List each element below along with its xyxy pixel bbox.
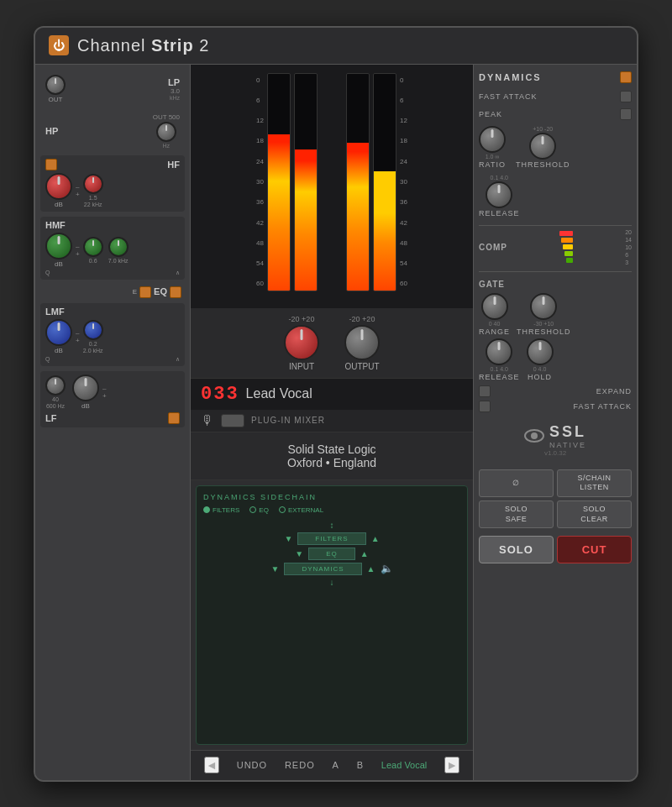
lf-gain-knob[interactable] [72, 375, 99, 401]
lmf-freq-knob[interactable] [83, 320, 103, 340]
hf-enable-toggle[interactable] [45, 159, 57, 170]
hf-gain-knob[interactable] [45, 173, 72, 200]
vu-meters: 0 6 12 18 24 30 36 42 48 54 60 [191, 65, 473, 308]
eq-main-toggle[interactable] [170, 286, 181, 298]
radio-filters-label: FILTERS [213, 506, 239, 514]
hmf-gain-knob[interactable] [45, 233, 72, 259]
schain-listen-button[interactable]: S/CHAIN LISTEN [557, 469, 632, 497]
chain-up-2: ▲ [360, 549, 369, 558]
redo-button[interactable]: REDO [285, 760, 315, 770]
sidechain-panel: DYNAMICS SIDECHAIN FILTERS EQ EXTERNAL [196, 485, 468, 745]
prev-channel-button[interactable]: ◄ [204, 757, 219, 773]
hold-knob[interactable] [527, 338, 554, 365]
gate-threshold-knob[interactable] [530, 293, 557, 320]
hmf-q-knob[interactable] [108, 237, 129, 257]
release-knob[interactable] [486, 181, 512, 208]
plugin-window: Channel Strip 2 OUT LP 3.0 kHz [34, 26, 638, 782]
gate-range-range: 0 40 [489, 321, 501, 327]
output-range: -20 +20 [349, 315, 375, 323]
ratio-knob[interactable] [479, 126, 506, 153]
cut-button[interactable]: CUT [557, 536, 632, 563]
gate-range-label: RANGE [479, 328, 510, 336]
plugin-mixer-toggle[interactable] [221, 414, 244, 427]
ssl-eye-logo [524, 429, 544, 443]
input-knob-group: -20 +20 INPUT [284, 315, 319, 371]
radio-external-label: EXTERNAL [288, 506, 323, 514]
hp-knob[interactable] [156, 122, 176, 142]
radio-eq[interactable]: EQ [249, 506, 269, 514]
lf-section: 40 600 Hz dB –+ LF [40, 371, 185, 427]
eq-e-toggle[interactable] [139, 286, 151, 298]
dynamics-title: DYNAMICS [479, 72, 542, 82]
peak-toggle[interactable] [620, 108, 632, 120]
gate-release-hold: 0.1 4.0 RELEASE 0 4.0 HOLD [479, 338, 632, 381]
output-knob[interactable] [344, 325, 380, 360]
hmf-db-label: dB [55, 260, 63, 268]
hmf-freq-knob[interactable] [83, 237, 103, 257]
solo-clear-button[interactable]: SOLO CLEAR [557, 500, 632, 528]
chain-up-1: ▲ [371, 534, 380, 543]
ssl-native-logo: SSL NATIVE v1.0.32 [479, 417, 632, 464]
lmf-gain-knob[interactable] [45, 319, 72, 346]
lp-knob[interactable] [45, 75, 66, 95]
power-button[interactable] [49, 35, 69, 55]
solo-button[interactable]: SOLO [479, 536, 554, 563]
lf-shape-toggle[interactable] [168, 412, 180, 424]
ratio-label: RATIO [479, 160, 506, 169]
chain-arrow-out: ↓ [330, 578, 334, 587]
solo-safe-button[interactable]: SOLO SAFE [479, 500, 554, 528]
threshold-knob[interactable] [529, 133, 556, 160]
io-knobs-area: -20 +20 INPUT -20 +20 OUTPUT [191, 308, 473, 378]
radio-external[interactable]: EXTERNAL [279, 506, 323, 514]
ab-b-button[interactable]: B [357, 760, 364, 770]
hp-label: HP [45, 126, 58, 136]
next-channel-button[interactable]: ► [444, 757, 459, 773]
peak-row: PEAK [479, 107, 632, 122]
release-label: RELEASE [479, 209, 520, 217]
threshold-range: +10 -20 [533, 126, 553, 132]
plugin-mixer-row: 🎙 PLUG-IN MIXER [191, 410, 473, 432]
mixer-icon: 🎙 [201, 413, 214, 428]
gate-fast-attack-row: FAST ATTACK [479, 399, 632, 414]
radio-eq-circle [249, 506, 256, 513]
input-range: -20 +20 [289, 315, 315, 323]
gate-release-label: RELEASE [479, 373, 520, 381]
header: Channel Strip 2 [35, 28, 637, 65]
center-panel: 0 6 12 18 24 30 36 42 48 54 60 [191, 65, 473, 780]
input-knob[interactable] [284, 325, 319, 360]
meter-right-b [346, 73, 370, 291]
chain-down-1: ▼ [284, 534, 292, 543]
output-knob-group: -20 +20 OUTPUT [344, 315, 380, 371]
gate-range-knob[interactable] [481, 293, 508, 320]
lf-freq-knob[interactable] [45, 375, 66, 396]
undo-button[interactable]: UNDO [237, 760, 267, 770]
gate-release-knob[interactable] [486, 338, 512, 365]
comp-section: COMP 20141063 [479, 225, 632, 265]
hold-range: 0 4.0 [533, 366, 547, 372]
hf-freq-knob[interactable] [83, 174, 103, 194]
chain-dynamics-row: ▼ DYNAMICS ▲ 🔈 [270, 563, 392, 575]
lf-label: LF [45, 413, 56, 423]
radio-filters-circle [203, 506, 210, 513]
eq-toggle-group: E EQ [40, 285, 185, 300]
gate-threshold-label: THRESHOLD [517, 328, 571, 336]
ssl-logo-area: Solid State Logic Oxford • England [191, 432, 473, 480]
expand-toggle[interactable] [479, 385, 491, 397]
chain-down-3: ▼ [270, 564, 279, 574]
release-row: 0.1 4.0 RELEASE [479, 175, 632, 217]
gr-led-14 [561, 238, 573, 243]
radio-filters[interactable]: FILTERS [203, 506, 239, 514]
lmf-db-label: dB [55, 347, 63, 354]
dynamics-enable-led[interactable] [620, 71, 632, 83]
hf-label: HF [167, 160, 180, 170]
phase-button[interactable]: ∅ [479, 469, 554, 497]
ab-a-button[interactable]: A [333, 760, 339, 770]
fast-attack-toggle[interactable] [620, 91, 632, 102]
gate-range-threshold: 0 40 RANGE -30 +10 THRESHOLD [479, 293, 632, 336]
gate-fast-attack-toggle[interactable] [479, 401, 491, 412]
chain-filters-box: FILTERS [297, 532, 365, 545]
peak-label: PEAK [479, 110, 502, 118]
dynamics-header: DYNAMICS [479, 71, 632, 83]
lmf-section: LMF dB –+ 0.2 2.0 kHz [40, 303, 185, 366]
radio-eq-label: EQ [259, 506, 269, 514]
